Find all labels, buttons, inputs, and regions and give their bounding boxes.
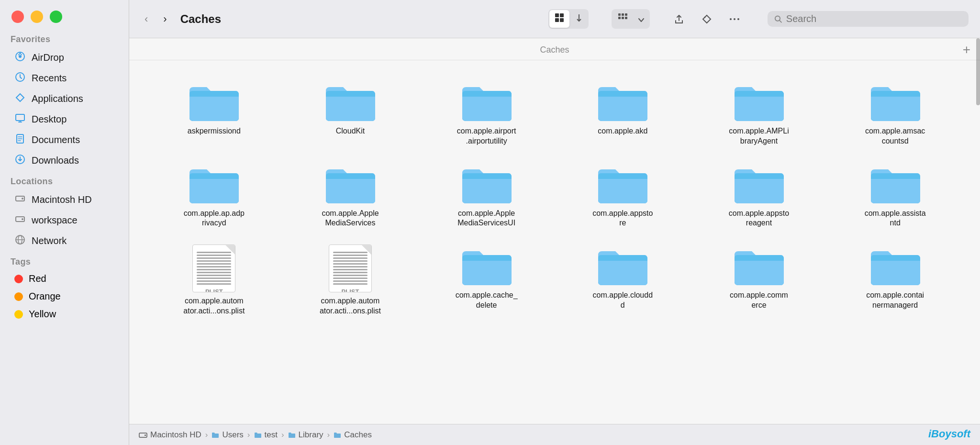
search-bar[interactable] [768,11,969,27]
file-item[interactable]: PLIST com.apple.automator.acti...ons.pli… [285,239,416,322]
breadcrumb-caches[interactable]: Caches [334,430,372,440]
close-button[interactable] [11,11,24,23]
tag-label: Yellow [29,309,56,320]
share-button[interactable] [669,11,689,27]
hd-icon [139,432,147,438]
sidebar-item-documents[interactable]: Documents [4,130,125,150]
svg-point-25 [737,18,739,20]
sidebar: Favorites AirDrop Recents Applications D… [0,0,129,445]
file-item[interactable]: com.apple.akd [557,75,689,152]
sidebar-tag-yellow[interactable]: Yellow [4,306,125,323]
yellow-tag-dot [14,310,23,319]
file-item[interactable]: com.apple.amsaccountsd [829,75,961,152]
file-item[interactable]: askpermissiond [148,75,280,152]
tag-button[interactable] [697,11,717,27]
file-item[interactable]: com.apple.commerce [693,239,825,322]
minimize-button[interactable] [31,11,43,23]
sidebar-item-applications[interactable]: Applications [4,89,125,109]
airdrop-icon [14,51,26,64]
orange-tag-dot [14,292,23,301]
sidebar-item-recents[interactable]: Recents [4,68,125,88]
file-item[interactable]: com.apple.appstoreagent [693,157,825,234]
file-item[interactable]: com.apple.containermanagerd [829,239,961,322]
toolbar-title: Caches [180,12,221,26]
iboysoftlogo: iBoysoft [928,428,970,440]
sidebar-item-downloads[interactable]: Downloads [4,151,125,170]
sidebar-item-label: Network [32,235,67,246]
more-button[interactable] [724,15,745,23]
sidebar-item-macintosh-hd[interactable]: Macintosh HD [4,190,125,210]
breadcrumb-label: Macintosh HD [150,430,201,440]
folder-icon [869,245,922,287]
sidebar-item-label: Recents [32,73,67,84]
folder-icon [324,163,377,205]
forward-button[interactable]: › [159,10,170,28]
breadcrumb-label: Library [299,430,323,440]
svg-point-24 [734,18,735,20]
file-item[interactable]: PLIST com.apple.automator.acti...ons.pli… [148,239,280,322]
folder-icon [596,245,649,287]
file-item[interactable]: CloudKit [285,75,416,152]
add-button[interactable]: + [963,42,970,57]
sidebar-item-network[interactable]: Network [4,231,125,251]
sort-button[interactable] [570,10,588,28]
breadcrumb-arrow: › [327,430,330,440]
file-name: askpermissiond [188,126,241,136]
svg-point-1 [19,55,22,58]
folder-icon [460,163,513,205]
svg-point-7 [22,198,23,200]
breadcrumb-library[interactable]: Library [288,430,323,440]
file-item[interactable]: com.apple.ap.adprivacyd [148,157,280,234]
folder-small-icon [334,431,341,439]
sidebar-item-label: Macintosh HD [32,194,92,205]
file-item[interactable]: com.apple.AppleMediaServices [285,157,416,234]
svg-rect-13 [560,13,564,17]
tag-label: Red [29,273,46,284]
red-tag-dot [14,275,23,283]
folder-icon [324,80,377,122]
file-name: com.apple.airport.airportutility [457,126,516,146]
breadcrumb-macintosh-hd[interactable]: Macintosh HD [139,430,201,440]
file-item[interactable]: com.apple.airport.airportutility [421,75,552,152]
main-content: ‹ › Caches [129,0,980,445]
sidebar-item-airdrop[interactable]: AirDrop [4,48,125,67]
files-grid: askpermissiond CloudKit com.apple.airpor… [129,60,980,424]
svg-rect-3 [16,114,24,121]
sidebar-item-label: Downloads [32,155,79,166]
folder-icon [733,163,785,205]
file-name: com.apple.ap.adprivacyd [184,209,245,229]
downloads-icon [14,154,26,167]
svg-point-9 [22,218,23,220]
folder-icon [460,80,513,122]
breadcrumb-arrow: › [281,430,284,440]
workspace-icon [14,214,26,227]
maximize-button[interactable] [50,11,62,23]
file-item[interactable]: com.apple.appstore [557,157,689,234]
file-item[interactable]: com.apple.AppleMediaServicesUI [421,157,552,234]
group-view-toggle [612,9,650,29]
group-view-button[interactable] [612,10,633,28]
search-input[interactable] [786,13,962,24]
sidebar-item-label: Applications [32,93,83,104]
scrollbar[interactable] [976,38,980,105]
file-name: com.apple.akd [598,126,647,136]
folder-icon [733,80,785,122]
breadcrumb-test[interactable]: test [254,430,278,440]
breadcrumb-users[interactable]: Users [212,430,243,440]
sidebar-item-workspace[interactable]: workspace [4,211,125,230]
desktop-icon [14,113,26,126]
file-name: com.apple.clouddd [593,290,653,311]
sidebar-tag-red[interactable]: Red [4,270,125,287]
file-item[interactable]: com.apple.clouddd [557,239,689,322]
file-item[interactable]: com.apple.cache_delete [421,239,552,322]
back-button[interactable]: ‹ [141,10,152,28]
group-dropdown-button[interactable] [634,11,649,27]
tags-label: Tags [0,251,129,270]
traffic-lights [11,11,62,23]
sidebar-tag-orange[interactable]: Orange [4,288,125,305]
sidebar-item-desktop[interactable]: Desktop [4,110,125,129]
grid-view-button[interactable] [549,10,569,28]
file-item[interactable]: com.apple.assistantd [829,157,961,234]
svg-rect-19 [618,17,621,19]
file-item[interactable]: com.apple.AMPLibraryAgent [693,75,825,152]
